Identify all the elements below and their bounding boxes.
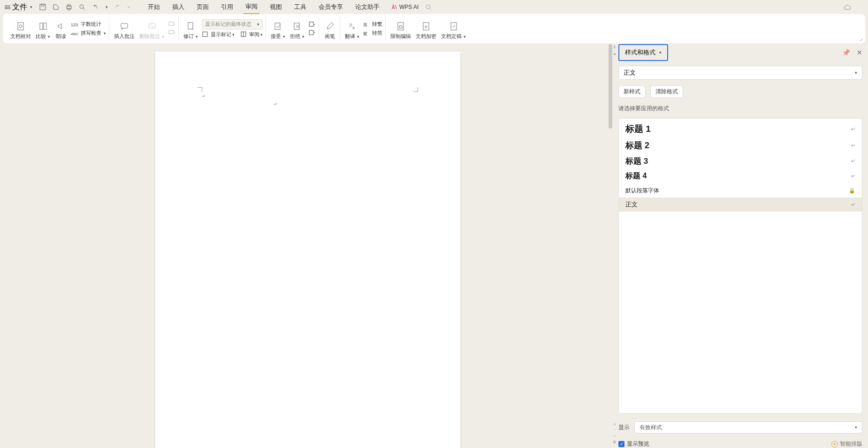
- style-item-heading1[interactable]: 标题 1↵: [619, 121, 862, 137]
- undo-icon[interactable]: [91, 3, 99, 11]
- ribbon-expand-icon[interactable]: ⤢: [860, 38, 863, 42]
- scrollbar-thumb[interactable]: [609, 44, 612, 129]
- apply-format-label: 请选择要应用的格式: [618, 105, 862, 113]
- svg-rect-18: [169, 22, 174, 25]
- spell-check-icon: ABC: [71, 30, 78, 37]
- accept-button[interactable]: 接受▾: [270, 21, 286, 41]
- ruler-marker-icon[interactable]: ▵: [614, 421, 616, 426]
- lock-icon: 🔒: [849, 188, 855, 194]
- spell-wordcount-stack: 123 字数统计 ABC 拼写检查 ▾: [71, 16, 106, 41]
- pen-button[interactable]: 画笔: [323, 21, 337, 41]
- svg-rect-25: [294, 23, 299, 30]
- svg-point-35: [425, 26, 427, 28]
- pin-icon[interactable]: 📌: [842, 49, 850, 56]
- print-icon[interactable]: [65, 3, 73, 11]
- restrict-label: 限制编辑: [390, 33, 411, 40]
- document-area[interactable]: ↵ ↵: [3, 44, 612, 448]
- read-aloud-button[interactable]: 朗读: [54, 21, 68, 41]
- smart-layout-button[interactable]: ✦ 智能排版: [831, 440, 862, 448]
- tab-page[interactable]: 页面: [195, 0, 211, 14]
- svg-rect-1: [41, 4, 44, 6]
- restrict-icon: [396, 22, 405, 31]
- show-preview-checkbox[interactable]: ✓ 显示预览: [618, 440, 649, 448]
- prev-comment-button[interactable]: [168, 21, 175, 28]
- spell-check-button[interactable]: ABC 拼写检查 ▾: [71, 29, 106, 37]
- translate-button[interactable]: 文A 翻译▾: [344, 21, 360, 41]
- paragraph-mark-icon: ↵: [851, 173, 855, 179]
- clear-format-button[interactable]: 清除格式: [650, 85, 683, 98]
- menu-bar: 文件 ▾ ▾ ▾ 开始 插入 页面 引用 审阅 视图 工具 会员专享 论文助手 …: [0, 0, 868, 14]
- tab-review[interactable]: 审阅: [244, 0, 259, 14]
- style-item-heading3[interactable]: 标题 3↵: [619, 153, 862, 169]
- tab-thesis[interactable]: 论文助手: [353, 0, 381, 14]
- review-pane-button[interactable]: 审阅▾: [240, 30, 263, 38]
- tab-start[interactable]: 开始: [146, 0, 162, 14]
- encrypt-button[interactable]: 文档加密: [415, 21, 437, 41]
- paragraph-mark-icon: ↵: [851, 158, 855, 164]
- style-item-heading4[interactable]: 标题 4↵: [619, 169, 862, 183]
- ruler-marker-icon[interactable]: ⇕: [613, 45, 617, 49]
- styles-pane: 样式和格式 ▾ 📌 ✕ 正文 ▾ 新样式 清除格式 请选择要应用的格式 标题 1…: [618, 44, 862, 448]
- delete-comment-icon: [147, 22, 157, 31]
- style-item-heading2[interactable]: 标题 2↵: [619, 137, 862, 153]
- ruler-marker-icon[interactable]: ·: [614, 427, 616, 432]
- redo-icon[interactable]: [114, 3, 121, 11]
- track-changes-button[interactable]: 修订▾: [183, 21, 199, 41]
- delete-comment-button[interactable]: 删除批注▾: [138, 21, 165, 41]
- current-style-select[interactable]: 正文 ▾: [618, 66, 862, 80]
- paragraph-mark: ↵: [202, 94, 206, 99]
- next-comment-button[interactable]: [168, 29, 175, 37]
- to-trad-icon: 简: [363, 22, 370, 27]
- insert-comment-button[interactable]: 插入批注: [113, 21, 136, 41]
- to-traditional-button[interactable]: 简转繁: [363, 20, 382, 28]
- tab-reference[interactable]: 引用: [219, 0, 235, 14]
- wps-ai-icon: [391, 4, 397, 10]
- wps-ai-button[interactable]: WPS AI: [391, 4, 419, 10]
- style-item-normal[interactable]: 正文↵: [619, 197, 862, 212]
- ribbon-group-ink: 画笔: [320, 16, 340, 41]
- styles-pane-title-dropdown[interactable]: 样式和格式 ▾: [618, 44, 668, 61]
- preview-icon[interactable]: [78, 3, 86, 11]
- ruler-marker-icon[interactable]: ⊗: [613, 440, 617, 444]
- doc-proof-button[interactable]: 文档校对: [9, 21, 32, 41]
- ruler-marker-icon[interactable]: ○: [613, 433, 616, 438]
- tab-view[interactable]: 视图: [268, 0, 284, 14]
- accept-icon: [274, 22, 283, 31]
- search-icon[interactable]: [425, 4, 432, 11]
- tab-insert[interactable]: 插入: [170, 0, 186, 14]
- next-change-button[interactable]: [308, 29, 316, 37]
- cloud-icon[interactable]: [843, 4, 852, 12]
- tab-tools[interactable]: 工具: [292, 0, 308, 14]
- show-filter-select[interactable]: 有效样式 ▾: [634, 421, 862, 433]
- svg-rect-27: [309, 30, 313, 35]
- show-markup-button[interactable]: 显示标记▾: [202, 30, 235, 38]
- tab-member[interactable]: 会员专享: [317, 0, 345, 14]
- comment-nav-stack: [168, 16, 175, 41]
- styles-pane-title: 样式和格式: [625, 48, 655, 57]
- new-style-button[interactable]: 新样式: [618, 85, 646, 98]
- insert-comment-label: 插入批注: [114, 33, 135, 40]
- to-simplified-button[interactable]: 繁转简: [363, 29, 382, 37]
- file-menu[interactable]: 文件 ▾: [5, 2, 32, 12]
- restrict-edit-button[interactable]: 限制编辑: [389, 21, 412, 41]
- prev-change-button[interactable]: [308, 21, 316, 28]
- svg-rect-12: [44, 23, 46, 30]
- save-icon[interactable]: [39, 3, 46, 11]
- paragraph-mark-icon: ↵: [851, 202, 855, 208]
- svg-rect-32: [398, 23, 404, 30]
- redo-more-icon[interactable]: ▾: [128, 5, 130, 9]
- finalize-button[interactable]: 文档定稿▾: [440, 21, 467, 41]
- document-page[interactable]: ↵ ↵: [155, 52, 460, 448]
- checkbox-checked-icon: ✓: [618, 441, 624, 447]
- style-item-default-font[interactable]: 默认段落字体🔒: [619, 183, 862, 197]
- main-tabs: 开始 插入 页面 引用 审阅 视图 工具 会员专享 论文助手: [146, 0, 381, 14]
- markup-display-select[interactable]: 显示标记的最终状态 ▾: [202, 19, 263, 30]
- compare-button[interactable]: 比较▾: [35, 21, 51, 41]
- reject-button[interactable]: 拒绝▾: [289, 21, 305, 41]
- ruler-marker-icon[interactable]: ▴: [614, 51, 616, 56]
- to-simp-icon: 繁: [363, 30, 370, 36]
- print-preview-icon[interactable]: [52, 3, 60, 11]
- word-count-button[interactable]: 123 字数统计: [71, 20, 106, 28]
- close-icon[interactable]: ✕: [857, 49, 862, 56]
- undo-more-icon[interactable]: ▾: [106, 5, 108, 9]
